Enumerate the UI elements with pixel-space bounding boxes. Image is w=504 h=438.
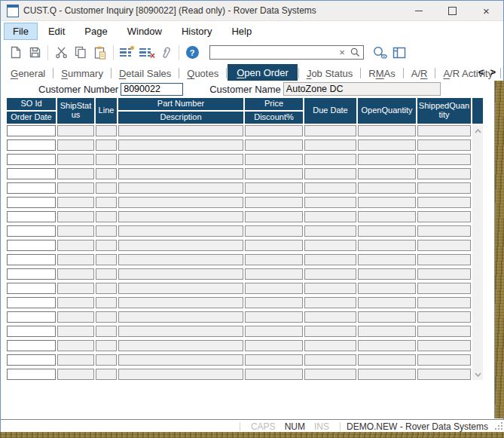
grid-cell[interactable] xyxy=(7,340,56,351)
column-header-price[interactable]: Price xyxy=(245,98,303,110)
grid-cell[interactable] xyxy=(96,354,117,366)
grid-cell[interactable] xyxy=(245,297,303,308)
grid-cell[interactable] xyxy=(304,268,356,280)
grid-cell[interactable] xyxy=(304,125,356,136)
grid-cell[interactable] xyxy=(245,240,303,251)
grid-cell[interactable] xyxy=(245,326,303,337)
column-header-due-date[interactable]: Due Date xyxy=(304,98,356,124)
grid-cell[interactable] xyxy=(57,297,94,308)
grid-cell[interactable] xyxy=(304,225,356,237)
grid-cell[interactable] xyxy=(96,197,117,208)
grid-cell[interactable] xyxy=(304,297,356,308)
grid-cell[interactable] xyxy=(118,139,243,151)
tab-job-status[interactable]: Job Status xyxy=(300,65,359,81)
grid-cell[interactable] xyxy=(57,125,94,136)
tab-scroll-right-icon[interactable]: > xyxy=(490,66,496,78)
tab-scroll-left-icon[interactable]: < xyxy=(478,66,484,78)
grid-cell[interactable] xyxy=(358,240,416,251)
grid-cell[interactable] xyxy=(57,369,94,380)
grid-cell[interactable] xyxy=(417,268,471,280)
grid-cell[interactable] xyxy=(96,326,117,337)
grid-cell[interactable] xyxy=(57,254,94,265)
grid-cell[interactable] xyxy=(417,211,471,222)
grid-cell[interactable] xyxy=(96,340,117,351)
customer-number-field[interactable] xyxy=(121,83,183,96)
grid-cell[interactable] xyxy=(118,225,243,237)
grid-cell[interactable] xyxy=(304,139,356,151)
grid-cell[interactable] xyxy=(245,340,303,351)
grid-cell[interactable] xyxy=(96,268,117,280)
title-bar[interactable]: CUST.Q - Customer Inquiry [8090022] (Rea… xyxy=(1,1,503,21)
grid-cell[interactable] xyxy=(358,254,416,265)
grid-cell[interactable] xyxy=(358,182,416,194)
grid-cell[interactable] xyxy=(417,182,471,194)
clear-search-icon[interactable]: × xyxy=(337,45,347,60)
grid-cell[interactable] xyxy=(245,168,303,179)
grid-cell[interactable] xyxy=(57,311,94,323)
insert-row-button[interactable] xyxy=(117,44,136,62)
grid-cell[interactable] xyxy=(304,168,356,179)
grid-cell[interactable] xyxy=(245,154,303,165)
grid-cell[interactable] xyxy=(96,311,117,323)
grid-cell[interactable] xyxy=(96,369,117,380)
grid-cell[interactable] xyxy=(358,154,416,165)
column-header-description[interactable]: Description xyxy=(118,112,243,124)
grid-cell[interactable] xyxy=(118,326,243,337)
grid-cell[interactable] xyxy=(358,125,416,136)
grid-cell[interactable] xyxy=(417,197,471,208)
menu-item-history[interactable]: History xyxy=(173,23,221,40)
grid-cell[interactable] xyxy=(358,168,416,179)
grid-cell[interactable] xyxy=(57,326,94,337)
grid-cell[interactable] xyxy=(417,354,471,366)
tab-rmas[interactable]: RMAs xyxy=(362,65,402,81)
minimize-button[interactable] xyxy=(402,2,435,20)
grid-cell[interactable] xyxy=(7,297,56,308)
grid-cell[interactable] xyxy=(96,154,117,165)
grid-cell[interactable] xyxy=(304,326,356,337)
grid-cell[interactable] xyxy=(304,182,356,194)
grid-cell[interactable] xyxy=(57,139,94,151)
grid-cell[interactable] xyxy=(245,125,303,136)
grid-cell[interactable] xyxy=(96,211,117,222)
tab-a-r[interactable]: A/R xyxy=(405,65,435,81)
grid-cell[interactable] xyxy=(358,225,416,237)
grid-cell[interactable] xyxy=(417,326,471,337)
grid-cell[interactable] xyxy=(118,168,243,179)
cut-button[interactable] xyxy=(51,44,71,62)
grid-cell[interactable] xyxy=(118,340,243,351)
grid-cell[interactable] xyxy=(57,340,94,351)
grid-cell[interactable] xyxy=(7,268,56,280)
grid-cell[interactable] xyxy=(96,139,117,151)
column-header-part-number[interactable]: Part Number xyxy=(118,98,243,110)
customer-name-field[interactable] xyxy=(283,82,441,96)
column-header-order-date[interactable]: Order Date xyxy=(7,112,56,124)
grid-cell[interactable] xyxy=(417,168,471,179)
grid-cell[interactable] xyxy=(57,197,94,208)
grid-cell[interactable] xyxy=(245,283,303,294)
grid-cell[interactable] xyxy=(96,225,117,237)
grid-cell[interactable] xyxy=(358,311,416,323)
grid-cell[interactable] xyxy=(417,340,471,351)
tab-summary[interactable]: Summary xyxy=(54,65,110,81)
grid-cell[interactable] xyxy=(118,297,243,308)
grid-cell[interactable] xyxy=(7,197,56,208)
grid-cell[interactable] xyxy=(358,211,416,222)
grid-cell[interactable] xyxy=(96,283,117,294)
column-header-line[interactable]: Line xyxy=(96,98,117,124)
grid-cell[interactable] xyxy=(417,125,471,136)
column-header-so-id[interactable]: SO Id xyxy=(7,98,56,110)
tab-quotes[interactable]: Quotes xyxy=(180,65,225,81)
grid-cell[interactable] xyxy=(7,326,56,337)
grid-cell[interactable] xyxy=(7,182,56,194)
layout-view-button[interactable] xyxy=(389,44,409,62)
menu-item-edit[interactable]: Edit xyxy=(39,23,74,40)
tab-open-order[interactable]: Open Order xyxy=(228,64,298,81)
grid-cell[interactable] xyxy=(57,168,94,179)
grid-cell[interactable] xyxy=(358,354,416,366)
grid-cell[interactable] xyxy=(358,297,416,308)
grid-cell[interactable] xyxy=(118,254,243,265)
grid-cell[interactable] xyxy=(304,240,356,251)
delete-row-button[interactable]: × xyxy=(136,44,156,62)
new-document-button[interactable] xyxy=(5,44,25,62)
grid-cell[interactable] xyxy=(245,211,303,222)
